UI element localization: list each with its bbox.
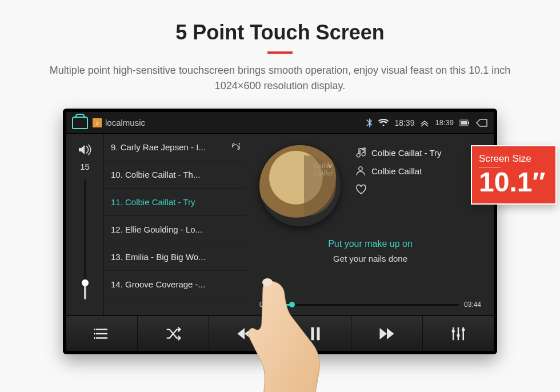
svg-point-3 [359,167,362,170]
lyrics: Put your make up on Get your nails done [259,239,481,263]
volume-panel: 15 [66,134,104,315]
bluetooth-icon [366,118,373,127]
pause-button[interactable] [280,316,351,351]
collapse-icon[interactable] [420,119,429,127]
volume-value: 15 [80,162,90,171]
svg-rect-7 [311,327,314,340]
favorite-button[interactable] [355,184,442,194]
hero-subtitle: Multiple point high-sensitive touchscree… [29,63,531,94]
hero-title: 5 Point Touch Screen [0,21,560,45]
badge-label: Screen Size [479,153,549,165]
playlist-item-label: 10. Colbie Caillat - Th... [111,170,200,179]
playlist-item[interactable]: 14. Groove Coverage -... [104,271,247,298]
playlist-item[interactable]: 10. Colbie Caillat - Th... [104,161,247,189]
heart-icon [355,184,367,194]
playlist-item-label: 14. Groove Coverage -... [111,279,205,289]
playlist-item-label: 13. Emilia - Big Big Wo... [111,252,206,262]
svg-rect-11 [462,329,465,331]
hero-divider [267,51,293,54]
svg-point-6 [94,337,95,339]
screen-size-badge: Screen Size 10.1″ [471,145,557,205]
status-time-2: 18:39 [435,118,454,127]
album-artist-line2: Caillat [314,170,333,177]
track-title: Colbie Caillat - Try [371,148,442,158]
back-icon[interactable] [475,119,488,127]
artist-name: Colbie Caillat [371,166,422,176]
playlist-item-label: 12. Ellie Goulding - Lo... [111,225,202,234]
music-app-icon [93,118,102,127]
battery-icon [459,119,470,126]
svg-point-5 [94,333,95,334]
album-art: Colbie Caillat [259,145,341,226]
status-time-1: 18:39 [394,118,414,127]
note-icon [355,147,366,158]
progress-bar[interactable]: 00:14 03:44 [259,301,481,309]
list-button[interactable] [66,316,138,351]
device-frame: localmusic 18:39 18:39 15 [63,109,497,354]
playlist-item[interactable]: 9. Carly Rae Jepsen - I... [104,134,247,161]
shuffle-button[interactable] [138,316,209,351]
volume-icon[interactable] [78,144,92,158]
lyric-next: Get your nails done [259,254,481,263]
artist-row: Colbie Caillat [355,166,442,176]
equalizer-button[interactable] [423,316,494,351]
next-button[interactable] [351,316,423,351]
time-elapsed: 00:14 [259,301,277,309]
svg-rect-9 [452,330,455,332]
lyric-current: Put your make up on [259,239,481,249]
playlist-item-label: 9. Carly Rae Jepsen - I... [111,142,206,152]
time-total: 03:44 [464,301,481,309]
svg-rect-8 [317,327,320,340]
playlist-item[interactable]: 13. Emilia - Big Big Wo... [104,243,247,271]
track-row: Colbie Caillat - Try [355,147,442,158]
badge-value: 10.1″ [479,167,549,198]
now-playing: Colbie Caillat Colbie Caillat - Try Colb… [247,134,494,315]
svg-rect-2 [461,121,467,125]
main-area: 15 9. Carly Rae Jepsen - I... 10. Colbie… [66,134,494,315]
prev-button[interactable] [209,316,281,351]
album-artist-line1: Colbie [314,162,333,170]
repeat-icon [231,143,240,152]
svg-rect-1 [468,122,469,124]
volume-slider[interactable] [84,179,86,299]
playlist-item[interactable]: 12. Ellie Goulding - Lo... [104,216,247,243]
status-bar: localmusic 18:39 18:39 [66,112,494,134]
svg-point-4 [94,329,95,330]
app-title: localmusic [105,118,145,127]
svg-rect-10 [457,334,460,337]
playlist-item[interactable]: 11. Colbie Caillat - Try [104,189,247,216]
player-controls [66,315,494,351]
playlist: 9. Carly Rae Jepsen - I... 10. Colbie Ca… [104,134,247,315]
home-icon[interactable] [72,117,88,129]
playlist-item-label: 11. Colbie Caillat - Try [111,197,195,207]
person-icon [355,166,366,176]
wifi-icon [378,119,389,127]
